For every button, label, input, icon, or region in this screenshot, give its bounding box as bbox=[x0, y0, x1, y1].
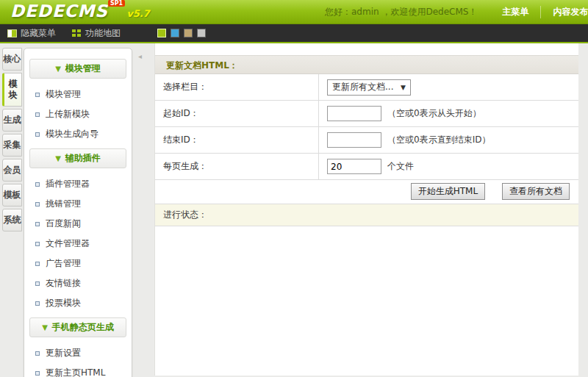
sidebar-gutter: ◂ bbox=[132, 43, 154, 376]
top-menu-main[interactable]: 主菜单 bbox=[490, 6, 540, 18]
sidebar-item-file-manager[interactable]: 文件管理器 bbox=[24, 234, 132, 254]
theme-swatch-green[interactable] bbox=[157, 29, 166, 37]
sidebar-item-label: 友情链接 bbox=[46, 277, 81, 290]
button-row: 开始生成HTML 查看所有文档 bbox=[155, 180, 578, 204]
bullet-icon bbox=[35, 281, 40, 286]
sidebar-item-label: 上传新模块 bbox=[46, 108, 90, 121]
field-hint: （空或0表示从头开始） bbox=[387, 107, 481, 120]
sidebar-item-label: 更新设置 bbox=[46, 347, 81, 359]
collapse-sidebar-icon[interactable]: ◂ bbox=[138, 52, 142, 60]
content-area: 核心 模块 生成 采集 会员 模板 系统 ▼模块管理 模块管理 上传新模块 模块… bbox=[0, 43, 588, 376]
sidebar-item-update-settings[interactable]: 更新设置 bbox=[24, 343, 132, 363]
theme-swatch-blue[interactable] bbox=[171, 29, 179, 37]
bullet-icon bbox=[35, 242, 40, 246]
toolbar: 隐藏菜单 功能地图 bbox=[0, 24, 588, 43]
greeting-text: 您好：admin ，欢迎使用DedeCMS！ bbox=[325, 6, 477, 18]
sidebar-item-update-home-html[interactable]: 更新主页HTML bbox=[24, 363, 132, 377]
chevron-down-icon: ▼ bbox=[42, 323, 48, 331]
chevron-down-icon: ▼ bbox=[55, 65, 61, 73]
tab-generate[interactable]: 生成 bbox=[2, 109, 22, 132]
top-menu-publish[interactable]: 内容发布 bbox=[540, 6, 588, 18]
field-label: 结束ID： bbox=[155, 127, 318, 153]
category-select[interactable]: 更新所有文档... ▼ bbox=[327, 79, 411, 96]
bullet-icon bbox=[35, 93, 40, 97]
tab-module[interactable]: 模块 bbox=[2, 73, 22, 107]
section-aux-plugins[interactable]: ▼辅助插件 bbox=[29, 148, 126, 168]
hide-menu-icon bbox=[7, 29, 17, 37]
field-hint: 个文件 bbox=[387, 160, 414, 173]
section-title: 辅助插件 bbox=[65, 153, 101, 163]
hide-menu-button[interactable]: 隐藏菜单 bbox=[7, 27, 56, 40]
sidebar-item-label: 广告管理 bbox=[46, 257, 81, 270]
form-row-category: 选择栏目： 更新所有文档... ▼ bbox=[155, 74, 578, 101]
function-map-button[interactable]: 功能地图 bbox=[72, 27, 121, 40]
sidebar-item-label: 投票模块 bbox=[46, 297, 81, 309]
category-select-value: 更新所有文档... bbox=[332, 81, 393, 93]
section-mobile-static[interactable]: ▼手机静态页生成 bbox=[29, 317, 126, 337]
sidebar-item-baidu-news[interactable]: 百度新闻 bbox=[24, 214, 132, 234]
field-hint: （空或0表示直到结束ID） bbox=[387, 134, 490, 146]
bullet-icon bbox=[35, 301, 40, 306]
status-label: 进行状态： bbox=[163, 209, 207, 220]
top-menu: 主菜单 内容发布 内容管理 bbox=[490, 6, 588, 18]
sidebar-item-label: 模块生成向导 bbox=[46, 128, 98, 140]
sidebar-item-label: 插件管理器 bbox=[46, 178, 90, 190]
sidebar-item-label: 挑错管理 bbox=[46, 198, 81, 210]
header-right: 您好：admin ，欢迎使用DedeCMS！ 主菜单 内容发布 内容管理 bbox=[325, 0, 588, 24]
bullet-icon bbox=[35, 351, 40, 356]
tab-collect[interactable]: 采集 bbox=[2, 134, 22, 157]
sidebar-item-error-manage[interactable]: 挑错管理 bbox=[24, 194, 132, 214]
view-all-docs-button[interactable]: 查看所有文档 bbox=[502, 183, 570, 200]
tab-template[interactable]: 模板 bbox=[2, 184, 22, 207]
page-title: 更新文档HTML： bbox=[155, 55, 578, 74]
bullet-icon bbox=[35, 222, 40, 226]
bullet-icon bbox=[35, 262, 40, 266]
form-row-per-page: 每页生成： 个文件 bbox=[155, 154, 578, 180]
start-id-input[interactable] bbox=[327, 106, 381, 121]
per-page-input[interactable] bbox=[327, 159, 381, 174]
bullet-icon bbox=[35, 132, 40, 137]
end-id-input[interactable] bbox=[327, 132, 381, 148]
module-tab-strip: 核心 模块 生成 采集 会员 模板 系统 bbox=[0, 43, 24, 234]
theme-swatches bbox=[157, 29, 210, 37]
app-header: DEDECMSSP1v5.7 您好：admin ，欢迎使用DedeCMS！ 主菜… bbox=[0, 0, 588, 24]
sidebar-item-plugin-manager[interactable]: 插件管理器 bbox=[24, 174, 132, 194]
field-value-cell: （空或0表示直到结束ID） bbox=[318, 127, 578, 153]
bullet-icon bbox=[35, 202, 40, 207]
sidebar-menu: ▼模块管理 模块管理 上传新模块 模块生成向导 ▼辅助插件 插件管理器 挑错管理… bbox=[24, 48, 132, 377]
theme-swatch-tan[interactable] bbox=[184, 29, 193, 37]
section-title: 手机静态页生成 bbox=[52, 322, 114, 332]
sp1-badge: SP1 bbox=[108, 0, 125, 7]
section-title: 模块管理 bbox=[65, 63, 101, 73]
tab-system[interactable]: 系统 bbox=[2, 209, 22, 231]
start-generate-button[interactable]: 开始生成HTML bbox=[411, 183, 485, 200]
main-panel: 更新文档HTML： 选择栏目： 更新所有文档... ▼ 起始ID： （空或0表示… bbox=[154, 43, 578, 376]
sidebar-item-upload-module[interactable]: 上传新模块 bbox=[24, 104, 132, 124]
select-arrow-icon: ▼ bbox=[401, 84, 406, 91]
sidebar-item-module-manage[interactable]: 模块管理 bbox=[24, 85, 132, 104]
field-label: 选择栏目： bbox=[155, 74, 318, 100]
sidebar-item-module-wizard[interactable]: 模块生成向导 bbox=[24, 124, 132, 144]
field-label: 每页生成： bbox=[155, 154, 318, 179]
sidebar-item-vote-module[interactable]: 投票模块 bbox=[24, 293, 132, 313]
field-value-cell: 更新所有文档... ▼ bbox=[318, 74, 578, 100]
tab-member[interactable]: 会员 bbox=[2, 159, 22, 182]
logo: DEDECMSSP1v5.7 bbox=[10, 1, 150, 21]
logo-text: DEDECMS bbox=[10, 1, 108, 21]
bullet-icon bbox=[35, 371, 40, 376]
field-label: 起始ID： bbox=[155, 101, 318, 126]
field-value-cell: 个文件 bbox=[318, 154, 578, 179]
section-module-manage[interactable]: ▼模块管理 bbox=[29, 59, 126, 79]
bullet-icon bbox=[35, 112, 40, 117]
sidebar-item-label: 百度新闻 bbox=[46, 218, 81, 230]
sidebar-item-label: 文件管理器 bbox=[46, 237, 90, 250]
hide-menu-label: 隐藏菜单 bbox=[21, 27, 56, 40]
chevron-down-icon: ▼ bbox=[55, 154, 61, 162]
form-row-end-id: 结束ID： （空或0表示直到结束ID） bbox=[155, 127, 578, 154]
sidebar-item-friend-links[interactable]: 友情链接 bbox=[24, 273, 132, 293]
sidebar-item-label: 模块管理 bbox=[46, 88, 81, 101]
sidebar-item-ad-manage[interactable]: 广告管理 bbox=[24, 254, 132, 273]
sidebar-item-label: 更新主页HTML bbox=[46, 367, 105, 377]
tab-core[interactable]: 核心 bbox=[2, 48, 22, 71]
theme-swatch-gray[interactable] bbox=[197, 29, 206, 37]
